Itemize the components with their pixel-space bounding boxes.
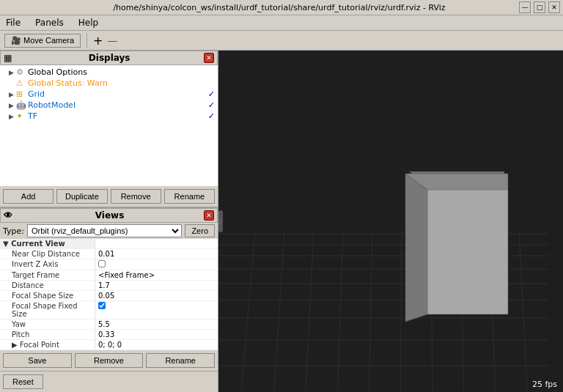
- displays-panel-icon: ▦: [4, 53, 12, 63]
- fps-counter: 25 fps: [532, 380, 557, 389]
- prop-target-frame: Target Frame <Fixed Frame>: [0, 270, 218, 281]
- close-button[interactable]: ✕: [548, 1, 560, 13]
- prop-focal-fixed-value[interactable]: [95, 301, 218, 319]
- left-panel: ▦ Displays ✕ ▶ ⚙ Global Options ⚠ Global…: [0, 51, 218, 392]
- views-type-label: Type:: [3, 226, 24, 236]
- add-display-button[interactable]: Add: [3, 189, 54, 204]
- prop-yaw-label: Yaw: [0, 319, 95, 329]
- tree-item-robot-model[interactable]: ▶ 🤖 RobotModel ✓: [6, 100, 218, 111]
- maximize-button[interactable]: □: [534, 1, 545, 13]
- tf-checkbox[interactable]: ✓: [208, 111, 215, 121]
- prop-focal-point: ▶ Focal Point 0; 0; 0: [0, 340, 218, 350]
- prop-invert-z-value[interactable]: [95, 259, 218, 270]
- views-properties: ▼ Current View Near Clip Distance 0.01 I…: [0, 239, 218, 350]
- robot-icon: 🤖: [16, 100, 26, 110]
- remove-display-button[interactable]: Remove: [111, 189, 161, 204]
- bottom-bar: Reset: [0, 371, 218, 392]
- views-header: 👁 Views ✕: [0, 208, 218, 223]
- tree-item-tf[interactable]: ▶ ✦ TF ✓: [6, 111, 218, 122]
- displays-section: ▦ Displays ✕ ▶ ⚙ Global Options ⚠ Global…: [0, 51, 218, 207]
- prop-distance: Distance 1.7: [0, 281, 218, 291]
- robot-arrow: ▶: [9, 102, 16, 109]
- global-status-icon: ⚠: [16, 78, 26, 88]
- prop-focal-fixed: Focal Shape Fixed Size: [0, 301, 218, 319]
- camera-icon: 🎥: [11, 36, 21, 45]
- prop-pitch-value[interactable]: 0.33: [95, 330, 218, 339]
- displays-close-button[interactable]: ✕: [204, 53, 214, 63]
- views-zero-button[interactable]: Zero: [185, 224, 215, 237]
- displays-tree: ▶ ⚙ Global Options ⚠ Global Status: Warn…: [0, 65, 218, 186]
- move-camera-button[interactable]: 🎥 Move Camera: [4, 34, 81, 48]
- prop-focal-shape-size: Focal Shape Size 0.05: [0, 291, 218, 301]
- current-view-label: Current View: [11, 240, 65, 248]
- prop-distance-label: Distance: [0, 281, 95, 290]
- prop-pitch-label: Pitch: [0, 330, 95, 339]
- grid-checkbox[interactable]: ✓: [208, 89, 215, 99]
- svg-marker-23: [427, 190, 508, 314]
- viewport-resize-handle[interactable]: ⋮: [218, 210, 223, 232]
- prop-focal-shape-size-value[interactable]: 0.05: [95, 291, 218, 300]
- 3d-viewport[interactable]: ⋮ 25 fps: [218, 51, 563, 392]
- views-save-button[interactable]: Save: [3, 353, 72, 368]
- toolbar: 🎥 Move Camera + —: [0, 31, 563, 51]
- prop-focal-fixed-label: Focal Shape Fixed Size: [0, 301, 95, 319]
- prop-yaw: Yaw 5.5: [0, 319, 218, 330]
- window-controls[interactable]: — □ ✕: [519, 1, 560, 13]
- views-panel-icon: 👁: [4, 210, 12, 221]
- prop-near-clip-value[interactable]: 0.01: [95, 249, 218, 259]
- prop-yaw-value[interactable]: 5.5: [95, 319, 218, 329]
- remove-tool-icon[interactable]: —: [107, 34, 117, 46]
- invert-z-checkbox[interactable]: [98, 260, 106, 267]
- grid-icon: ⊞: [16, 89, 26, 99]
- title-bar: /home/shinya/colcon_ws/install/urdf_tuto…: [0, 0, 563, 15]
- main-content: ▦ Displays ✕ ▶ ⚙ Global Options ⚠ Global…: [0, 51, 563, 392]
- prop-invert-z: Invert Z Axis: [0, 259, 218, 270]
- tf-icon: ✦: [16, 111, 26, 121]
- views-type-select[interactable]: Orbit (rviz_default_plugins): [27, 224, 182, 237]
- views-rename-button[interactable]: Rename: [146, 353, 215, 368]
- views-close-button[interactable]: ✕: [204, 210, 214, 221]
- window-title: /home/shinya/colcon_ws/install/urdf_tuto…: [40, 3, 519, 12]
- prop-target-frame-value[interactable]: <Fixed Frame>: [95, 270, 218, 280]
- displays-buttons: Add Duplicate Remove Rename: [0, 186, 218, 207]
- menu-bar: File Panels Help: [0, 15, 563, 31]
- prop-distance-value[interactable]: 1.7: [95, 281, 218, 290]
- reset-button[interactable]: Reset: [3, 374, 43, 389]
- prop-invert-z-label: Invert Z Axis: [0, 259, 95, 270]
- global-options-label: Global Options: [28, 67, 215, 77]
- tree-item-grid[interactable]: ▶ ⊞ Grid ✓: [6, 89, 218, 100]
- robot-checkbox[interactable]: ✓: [208, 100, 215, 110]
- prop-focal-point-label: ▶ Focal Point: [0, 340, 95, 350]
- global-options-icon: ⚙: [16, 67, 26, 77]
- prop-pitch: Pitch 0.33: [0, 330, 218, 340]
- global-options-arrow: ▶: [9, 69, 16, 76]
- tf-label: TF: [28, 111, 208, 121]
- focal-point-arrow: ▶: [12, 341, 20, 349]
- menu-file[interactable]: File: [3, 17, 23, 29]
- toolbar-separator: [87, 33, 87, 48]
- tree-item-global-options[interactable]: ▶ ⚙ Global Options: [6, 67, 218, 78]
- menu-panels[interactable]: Panels: [32, 17, 67, 29]
- prop-focal-shape-size-label: Focal Shape Size: [0, 291, 95, 300]
- views-remove-button[interactable]: Remove: [75, 353, 144, 368]
- rename-display-button[interactable]: Rename: [164, 189, 215, 204]
- global-status-label: Global Status: Warn: [28, 78, 215, 88]
- menu-help[interactable]: Help: [76, 17, 101, 29]
- views-type-row: Type: Orbit (rviz_default_plugins) Zero: [0, 223, 218, 239]
- prop-near-clip-label: Near Clip Distance: [0, 249, 95, 259]
- views-section: 👁 Views ✕ Type: Orbit (rviz_default_plug…: [0, 207, 218, 392]
- prop-near-clip: Near Clip Distance 0.01: [0, 249, 218, 259]
- displays-header: ▦ Displays ✕: [0, 51, 218, 65]
- displays-title: Displays: [89, 53, 130, 63]
- svg-marker-25: [405, 174, 427, 322]
- focal-fixed-checkbox[interactable]: [98, 302, 106, 309]
- tree-item-global-status[interactable]: ⚠ Global Status: Warn: [6, 78, 218, 89]
- prop-target-frame-label: Target Frame: [0, 270, 95, 280]
- add-tool-icon[interactable]: +: [93, 34, 103, 48]
- prop-focal-point-value[interactable]: 0; 0; 0: [95, 340, 218, 350]
- current-view-header[interactable]: ▼ Current View: [0, 239, 218, 249]
- grid-label: Grid: [28, 89, 208, 99]
- duplicate-display-button[interactable]: Duplicate: [56, 189, 107, 204]
- current-view-arrow: ▼: [3, 240, 11, 248]
- minimize-button[interactable]: —: [519, 1, 531, 13]
